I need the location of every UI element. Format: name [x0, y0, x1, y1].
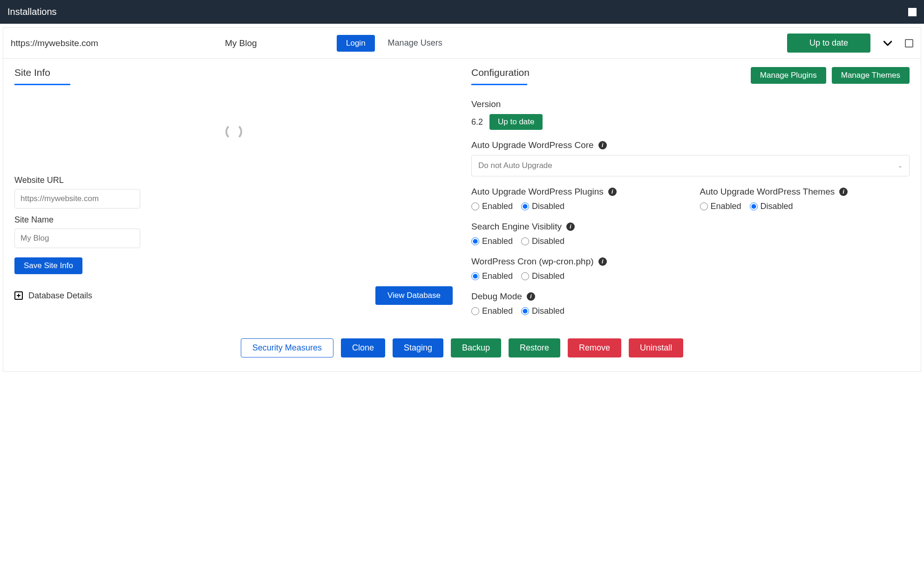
manage-plugins-button[interactable]: Manage Plugins: [751, 67, 826, 84]
plus-icon: [14, 291, 23, 300]
up-to-date-button[interactable]: Up to date: [787, 34, 870, 53]
database-details-label: Database Details: [28, 291, 92, 301]
site-name-label: Site Name: [14, 215, 453, 225]
chevron-down-icon: ⌄: [898, 162, 903, 169]
themes-enabled-option[interactable]: Enabled: [700, 202, 741, 211]
debug-enabled-radio[interactable]: [471, 307, 479, 315]
search-enabled-radio[interactable]: [471, 237, 479, 245]
select-site-checkbox[interactable]: [905, 39, 913, 47]
action-buttons-row: Security Measures Clone Staging Backup R…: [3, 330, 921, 371]
debug-enabled-option[interactable]: Enabled: [471, 306, 513, 316]
website-url-input[interactable]: [14, 189, 140, 209]
plugins-disabled-radio[interactable]: [521, 202, 529, 210]
search-disabled-option[interactable]: Disabled: [521, 236, 564, 246]
search-disabled-radio[interactable]: [521, 237, 529, 245]
auto-upgrade-themes-label: Auto Upgrade WordPress Themes i: [700, 187, 910, 197]
debug-label: Debug Mode i: [471, 291, 910, 302]
info-icon[interactable]: i: [527, 292, 535, 301]
info-icon[interactable]: i: [598, 141, 607, 149]
configuration-underline: [471, 84, 527, 85]
auto-upgrade-plugins-label: Auto Upgrade WordPress Plugins i: [471, 187, 681, 197]
header-bar: Installations: [0, 0, 924, 24]
plugins-disabled-option[interactable]: Disabled: [521, 202, 564, 211]
version-uptodate-badge[interactable]: Up to date: [489, 114, 543, 130]
site-summary-row: https://mywebsite.com My Blog Login Mana…: [3, 28, 921, 59]
plugins-enabled-radio[interactable]: [471, 202, 479, 210]
remove-button[interactable]: Remove: [568, 338, 621, 357]
clone-button[interactable]: Clone: [341, 338, 385, 357]
site-name-input[interactable]: [14, 229, 140, 248]
auto-upgrade-core-label: Auto Upgrade WordPress Core i: [471, 140, 910, 150]
site-info-section: Site Info Website URL Site Name Save Sit…: [14, 67, 453, 316]
debug-disabled-radio[interactable]: [521, 307, 529, 315]
auto-upgrade-core-value: Do not Auto Upgrade: [478, 161, 552, 170]
info-icon[interactable]: i: [566, 222, 575, 231]
cron-enabled-option[interactable]: Enabled: [471, 271, 513, 281]
spinner-icon: [225, 123, 242, 140]
login-button[interactable]: Login: [337, 35, 375, 52]
search-enabled-option[interactable]: Enabled: [471, 236, 513, 246]
database-details-toggle[interactable]: Database Details: [14, 291, 92, 301]
site-info-heading: Site Info: [14, 67, 50, 78]
version-value: 6.2: [471, 117, 483, 127]
site-info-underline: [14, 84, 70, 85]
site-url[interactable]: https://mywebsite.com: [11, 38, 216, 48]
plugins-enabled-option[interactable]: Enabled: [471, 202, 513, 211]
info-icon[interactable]: i: [598, 257, 607, 266]
auto-upgrade-core-select[interactable]: Do not Auto Upgrade ⌄: [471, 155, 910, 176]
save-site-info-button[interactable]: Save Site Info: [14, 257, 82, 274]
themes-disabled-option[interactable]: Disabled: [750, 202, 793, 211]
staging-button[interactable]: Staging: [393, 338, 443, 357]
manage-users-link[interactable]: Manage Users: [384, 38, 442, 48]
backup-button[interactable]: Backup: [451, 338, 501, 357]
search-engine-label: Search Engine Visiblity i: [471, 222, 910, 232]
configuration-section: Configuration Manage Plugins Manage Them…: [471, 67, 910, 316]
restore-button[interactable]: Restore: [509, 338, 560, 357]
themes-disabled-radio[interactable]: [750, 202, 758, 210]
view-database-button[interactable]: View Database: [375, 286, 453, 305]
uninstall-button[interactable]: Uninstall: [629, 338, 683, 357]
security-measures-button[interactable]: Security Measures: [241, 338, 333, 357]
screenshot-loading: [14, 94, 453, 169]
expand-chevron-icon[interactable]: [880, 38, 896, 48]
site-name: My Blog: [225, 38, 327, 48]
debug-disabled-option[interactable]: Disabled: [521, 306, 564, 316]
themes-enabled-radio[interactable]: [700, 202, 708, 210]
info-icon[interactable]: i: [839, 188, 848, 196]
page-title: Installations: [7, 7, 57, 17]
install-panel: https://mywebsite.com My Blog Login Mana…: [3, 27, 921, 372]
manage-themes-button[interactable]: Manage Themes: [832, 67, 910, 84]
cron-disabled-option[interactable]: Disabled: [521, 271, 564, 281]
cron-enabled-radio[interactable]: [471, 272, 479, 280]
details-body: Site Info Website URL Site Name Save Sit…: [3, 59, 921, 330]
cron-disabled-radio[interactable]: [521, 272, 529, 280]
configuration-heading: Configuration: [471, 67, 530, 78]
cron-label: WordPress Cron (wp-cron.php) i: [471, 256, 910, 267]
website-url-label: Website URL: [14, 175, 453, 185]
info-icon[interactable]: i: [608, 188, 617, 196]
version-label: Version: [471, 99, 910, 109]
select-all-checkbox[interactable]: [908, 8, 917, 16]
